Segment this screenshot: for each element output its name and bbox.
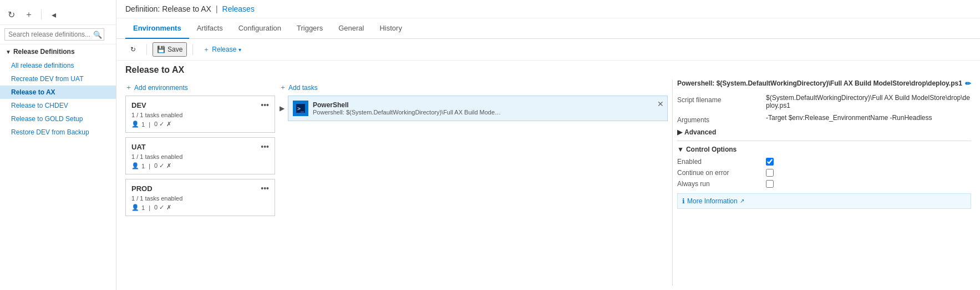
external-link-icon: ↗ <box>740 198 744 204</box>
refresh-icon[interactable]: ↻ <box>4 8 18 21</box>
powershell-task-icon: >_ <box>293 101 308 116</box>
tab-history[interactable]: History <box>372 18 409 39</box>
env-people-count-dev: 1 <box>141 121 145 128</box>
env-status-dev: 1 / 1 tasks enabled <box>131 112 269 118</box>
task-close-icon[interactable]: ✕ <box>657 99 664 108</box>
env-status-prod: 1 / 1 tasks enabled <box>131 195 269 202</box>
props-script-filename-row: Script filename $(System.DefaultWorkingD… <box>677 94 971 109</box>
env-fx-prod: ✗ <box>166 204 171 211</box>
page-title-bar: Release to AX <box>116 61 980 79</box>
always-run-row: Always run <box>677 180 971 188</box>
props-arguments-label: Arguments <box>677 114 766 124</box>
person-icon-prod: 👤 <box>131 204 139 211</box>
sidebar-section-header[interactable]: ▼ Release Definitions <box>0 44 116 59</box>
sidebar-item-all[interactable]: All release definitions <box>0 59 116 72</box>
add-tasks-plus-icon: ＋ <box>280 83 286 92</box>
advanced-arrow-icon: ▶ <box>677 128 682 136</box>
sidebar-item-release-to-ax[interactable]: Release to AX <box>0 86 116 99</box>
env-check-count-uat: 0 ✓ <box>154 162 164 169</box>
breadcrumb-separator: | <box>216 4 218 13</box>
env-fx-uat: ✗ <box>166 162 171 169</box>
props-script-filename-value: $(System.DefaultWorkingDirectory)\Full A… <box>766 94 971 109</box>
more-info-link[interactable]: ℹ More Information ↗ <box>677 193 971 209</box>
toolbar-divider-1 <box>146 44 147 55</box>
control-options-arrow-icon: ▼ <box>677 146 684 153</box>
env-check-count-prod: 0 ✓ <box>154 204 164 211</box>
add-env-plus-icon: ＋ <box>125 83 132 92</box>
save-label: Save <box>167 46 182 53</box>
refresh-button[interactable]: ↻ <box>125 43 141 56</box>
svg-text:>_: >_ <box>297 106 304 112</box>
env-status-uat: 1 / 1 tasks enabled <box>131 153 269 160</box>
section-arrow-icon: ▼ <box>6 49 11 55</box>
content-area: ＋ Add environments DEV ••• 1 / 1 tasks e… <box>116 79 980 290</box>
env-people-count-prod: 1 <box>141 204 145 211</box>
search-icon: 🔍 <box>93 31 102 39</box>
toolbar-divider-2 <box>192 44 193 55</box>
props-title-text: Powershell: $(System.DefaultWorkingDirec… <box>677 79 965 88</box>
env-divider-prod: | <box>147 204 152 211</box>
environments-panel: ＋ Add environments DEV ••• 1 / 1 tasks e… <box>125 79 275 286</box>
main-content: Definition: Release to AX | Releases Env… <box>116 0 980 290</box>
continue-on-error-checkbox[interactable] <box>766 169 774 177</box>
task-item-powershell[interactable]: >_ PowerShell Powershell: $(System.Defau… <box>288 96 668 121</box>
person-icon-uat: 👤 <box>131 162 139 169</box>
env-divider-dev: | <box>147 121 152 128</box>
task-row: ▶ >_ PowerShell Powershell: $(System.Def… <box>280 96 668 121</box>
enabled-row: Enabled <box>677 158 971 166</box>
person-icon-dev: 👤 <box>131 121 139 128</box>
sidebar-search-bar: 🔍 <box>0 25 116 44</box>
task-info: PowerShell Powershell: $(System.DefaultW… <box>313 101 663 116</box>
env-more-dev[interactable]: ••• <box>261 101 269 109</box>
breadcrumb-releases-link[interactable]: Releases <box>222 4 255 13</box>
control-options-toggle[interactable]: ▼ Control Options <box>677 146 971 153</box>
tab-configuration[interactable]: Configuration <box>231 18 289 39</box>
save-icon: 💾 <box>157 46 165 53</box>
advanced-label: Advanced <box>684 128 716 136</box>
collapse-icon[interactable]: ◂ <box>47 8 60 21</box>
tab-artifacts[interactable]: Artifacts <box>189 18 231 39</box>
env-more-uat[interactable]: ••• <box>261 142 269 151</box>
env-icons-dev: 👤 1 | 0 ✓ ✗ <box>131 121 269 128</box>
props-arguments-value: -Target $env:Release_EnvironmentName -Ru… <box>766 114 971 122</box>
sidebar: ↻ ＋ ◂ 🔍 ▼ Release Definitions All releas… <box>0 0 116 290</box>
powershell-icon-svg: >_ <box>296 104 305 113</box>
sidebar-item-release-to-chdev[interactable]: Release to CHDEV <box>0 99 116 112</box>
env-card-prod-header: PROD ••• <box>131 184 269 193</box>
breadcrumb-definition: Definition: Release to AX <box>125 4 211 13</box>
add-icon[interactable]: ＋ <box>22 8 35 21</box>
env-divider-uat: | <box>147 163 152 169</box>
info-icon: ℹ <box>682 197 685 205</box>
enabled-checkbox[interactable] <box>766 158 774 166</box>
sidebar-section-label: Release Definitions <box>13 48 75 56</box>
env-fx-dev: ✗ <box>166 121 171 128</box>
props-title-bar: Powershell: $(System.DefaultWorkingDirec… <box>677 79 971 88</box>
tab-general[interactable]: General <box>331 18 372 39</box>
env-name-uat: UAT <box>131 143 146 151</box>
sidebar-item-release-to-gold[interactable]: Release to GOLD Setup <box>0 112 116 126</box>
env-check-count-dev: 0 ✓ <box>154 121 164 128</box>
sidebar-item-recreate[interactable]: Recreate DEV from UAT <box>0 72 116 86</box>
sidebar-item-restore-dev[interactable]: Restore DEV from Backup <box>0 126 116 139</box>
env-card-uat-header: UAT ••• <box>131 142 269 151</box>
refresh-toolbar-icon: ↻ <box>130 46 136 53</box>
add-environments-label: Add environments <box>134 84 188 92</box>
always-run-label: Always run <box>677 180 766 188</box>
add-tasks-button[interactable]: ＋ Add tasks <box>280 79 668 96</box>
search-input[interactable] <box>4 28 104 41</box>
save-button[interactable]: 💾 Save <box>153 42 187 57</box>
props-edit-icon[interactable]: ✏ <box>965 79 971 88</box>
tab-environments[interactable]: Environments <box>125 18 189 39</box>
advanced-section-toggle[interactable]: ▶ Advanced <box>677 128 971 136</box>
env-name-dev: DEV <box>131 101 146 109</box>
props-script-filename-label: Script filename <box>677 94 766 104</box>
page-title: Release to AX <box>125 65 971 75</box>
add-tasks-label: Add tasks <box>288 84 318 92</box>
env-more-prod[interactable]: ••• <box>261 184 269 193</box>
always-run-checkbox[interactable] <box>766 180 774 188</box>
tab-triggers[interactable]: Triggers <box>289 18 331 39</box>
sidebar-toolbar: ↻ ＋ ◂ <box>0 4 116 25</box>
add-environments-button[interactable]: ＋ Add environments <box>125 79 275 96</box>
release-button[interactable]: ＋ Release ▾ <box>199 43 246 57</box>
more-info-label: More Information <box>687 197 738 205</box>
